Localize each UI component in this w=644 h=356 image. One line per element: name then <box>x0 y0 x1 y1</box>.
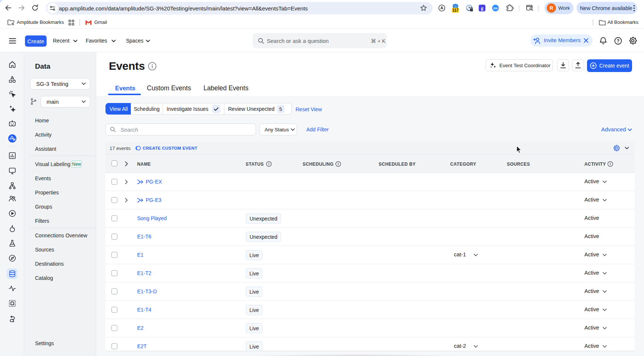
svg-text:117: 117 <box>452 8 459 12</box>
svg-text:zm: zm <box>493 6 498 10</box>
svg-text:A: A <box>441 6 443 10</box>
svg-text:g: g <box>481 6 483 11</box>
svg-text:?: ? <box>617 38 619 44</box>
